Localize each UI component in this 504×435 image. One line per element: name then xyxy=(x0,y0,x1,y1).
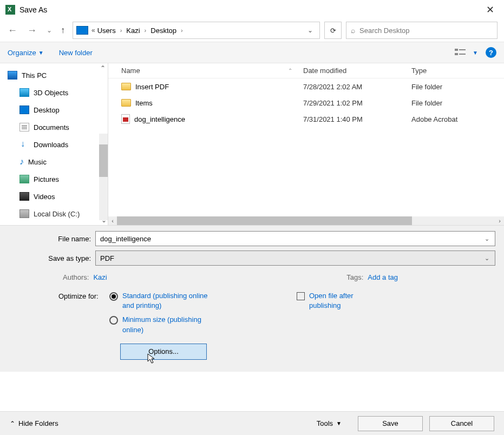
tree-pictures[interactable]: Pictures xyxy=(0,170,108,188)
file-row[interactable]: dog_intelligence 7/31/2021 1:40 PM Adobe… xyxy=(108,111,504,127)
open-after-label[interactable]: Open file after publishing xyxy=(309,291,385,311)
tree-documents[interactable]: Documents xyxy=(0,118,108,136)
options-button[interactable]: Options... xyxy=(120,344,207,360)
tree-label: Documents xyxy=(34,123,69,131)
horizontal-scrollbar[interactable]: ‹ › xyxy=(108,216,504,225)
save-button[interactable]: Save xyxy=(358,416,423,431)
new-folder-button[interactable]: New folder xyxy=(59,49,93,57)
authors-value[interactable]: Kazi xyxy=(93,273,107,281)
tree-label: 3D Objects xyxy=(34,89,68,97)
tree-label: Downloads xyxy=(34,141,68,149)
tree-music[interactable]: ♪ Music xyxy=(0,153,108,170)
breadcrumb-prefix: « xyxy=(91,27,95,34)
svg-rect-3 xyxy=(459,54,466,55)
folder-icon xyxy=(121,99,131,107)
breadcrumb-dropdown-icon[interactable]: ⌄ xyxy=(304,27,316,34)
refresh-button[interactable]: ⟳ xyxy=(324,22,342,39)
forward-icon[interactable]: → xyxy=(26,25,38,36)
music-icon: ♪ xyxy=(19,157,24,167)
breadcrumb-desktop[interactable]: Desktop xyxy=(150,27,176,35)
tags-add[interactable]: Add a tag xyxy=(368,273,398,281)
file-row[interactable]: Items 7/29/2021 1:02 PM File folder xyxy=(108,95,504,111)
toolbar: Organize ▼ New folder ▼ ? xyxy=(0,42,504,63)
file-name-label: File name: xyxy=(9,235,95,243)
tags-label: Tags: xyxy=(346,273,363,281)
svg-rect-2 xyxy=(455,53,458,55)
title-bar: Save As ✕ xyxy=(0,0,504,19)
file-name-value: dog_intelligence xyxy=(100,235,151,243)
hide-folders-label: Hide Folders xyxy=(18,419,58,427)
file-row[interactable]: Insert PDF 7/28/2021 2:02 AM File folder xyxy=(108,78,504,95)
desktop-icon xyxy=(19,106,29,114)
breadcrumb-bar[interactable]: « Users › Kazi › Desktop › ⌄ xyxy=(73,22,320,39)
tree-downloads[interactable]: Downloads xyxy=(0,136,108,153)
pc-icon xyxy=(76,26,88,35)
tree-videos[interactable]: Videos xyxy=(0,188,108,205)
chevron-down-icon[interactable]: ⌄ xyxy=(485,255,489,262)
radio-minimum[interactable] xyxy=(109,316,118,325)
scroll-down-icon[interactable]: ⌄ xyxy=(101,216,107,224)
file-date: 7/29/2021 1:02 PM xyxy=(303,99,411,107)
svg-rect-0 xyxy=(455,49,458,51)
tree-local-disk-c[interactable]: Local Disk (C:) xyxy=(0,205,108,222)
tools-menu[interactable]: Tools ▼ xyxy=(317,419,342,427)
back-icon[interactable]: ← xyxy=(6,25,18,36)
column-name[interactable]: Name ⌃ xyxy=(108,67,303,75)
file-name-input[interactable]: dog_intelligence ⌄ xyxy=(95,231,495,246)
disk-icon xyxy=(19,209,29,218)
tree-this-pc[interactable]: This PC xyxy=(0,67,108,84)
excel-icon xyxy=(5,5,15,15)
save-label: Save xyxy=(382,419,398,427)
opt-standard-label[interactable]: Standard (publishing online and printing… xyxy=(122,291,220,311)
recent-dropdown-icon[interactable]: ⌄ xyxy=(45,27,53,34)
opt-minimum-label[interactable]: Minimum size (publishing online) xyxy=(122,315,220,334)
chevron-right-icon: › xyxy=(145,27,147,34)
organize-menu[interactable]: Organize ▼ xyxy=(8,49,44,57)
tree-scroll-thumb[interactable] xyxy=(99,144,108,177)
cancel-label: Cancel xyxy=(451,419,473,427)
breadcrumb-users[interactable]: Users xyxy=(97,27,116,35)
save-type-select[interactable]: PDF ⌄ xyxy=(95,251,495,266)
help-icon[interactable]: ? xyxy=(486,47,496,58)
file-type: File folder xyxy=(411,83,504,91)
view-options-icon[interactable] xyxy=(454,47,467,58)
save-type-value: PDF xyxy=(100,254,114,262)
close-icon[interactable]: ✕ xyxy=(482,4,499,16)
optimize-label: Optimize for: xyxy=(58,291,109,300)
chevron-up-icon: ⌃ xyxy=(10,420,15,427)
scroll-left-icon[interactable]: ‹ xyxy=(108,217,117,224)
pictures-icon xyxy=(19,175,29,183)
checkbox-open-after[interactable] xyxy=(297,292,305,300)
scroll-right-icon[interactable]: › xyxy=(495,217,504,224)
authors-label: Authors: xyxy=(63,273,89,281)
videos-icon xyxy=(19,192,29,201)
view-dropdown-icon[interactable]: ▼ xyxy=(473,50,478,56)
search-input[interactable]: ⌕ Search Desktop xyxy=(346,22,498,39)
file-name: dog_intelligence xyxy=(134,115,185,123)
tree-desktop[interactable]: Desktop xyxy=(0,101,108,118)
file-list-header: Name ⌃ Date modified Type xyxy=(108,63,504,78)
column-date[interactable]: Date modified xyxy=(303,67,411,75)
nav-row: ← → ⌄ ↑ « Users › Kazi › Desktop › ⌄ ⟳ ⌕… xyxy=(0,19,504,42)
hide-folders-toggle[interactable]: ⌃ Hide Folders xyxy=(10,419,58,427)
nav-tree: ⌃ This PC 3D Objects Desktop Documents D… xyxy=(0,63,108,225)
tree-label: This PC xyxy=(22,71,47,80)
explorer-split: ⌃ This PC 3D Objects Desktop Documents D… xyxy=(0,63,504,226)
chevron-right-icon: › xyxy=(120,27,122,34)
file-type: File folder xyxy=(411,99,504,107)
file-list-pane: Name ⌃ Date modified Type Insert PDF 7/2… xyxy=(108,63,504,225)
svg-rect-1 xyxy=(459,49,466,50)
cancel-button[interactable]: Cancel xyxy=(429,416,494,431)
tree-label: Local Disk (C:) xyxy=(34,210,80,218)
scroll-thumb[interactable] xyxy=(117,216,412,225)
scroll-up-icon[interactable]: ⌃ xyxy=(100,64,106,72)
breadcrumb-kazi[interactable]: Kazi xyxy=(126,27,140,35)
chevron-right-icon: › xyxy=(181,27,183,34)
chevron-down-icon[interactable]: ⌄ xyxy=(485,235,489,242)
radio-standard[interactable] xyxy=(109,292,118,301)
up-icon[interactable]: ↑ xyxy=(61,25,65,35)
column-type[interactable]: Type xyxy=(411,67,504,75)
dialog-footer: ⌃ Hide Folders Tools ▼ Save Cancel xyxy=(0,411,504,435)
scroll-track[interactable] xyxy=(117,216,495,225)
tree-3d-objects[interactable]: 3D Objects xyxy=(0,84,108,101)
